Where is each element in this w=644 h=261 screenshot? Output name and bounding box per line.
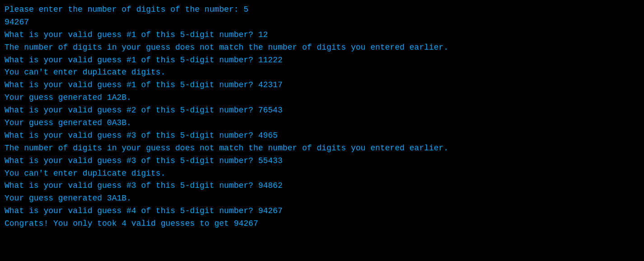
line-11: The number of digits in your guess does … (5, 142, 639, 155)
line-9: Your guess generated 0A3B. (5, 117, 639, 130)
line-4: What is your valid guess #1 of this 5-di… (5, 54, 639, 67)
line-3: The number of digits in your guess does … (5, 42, 639, 54)
line-16: What is your valid guess #4 of this 5-di… (5, 205, 639, 218)
line-8: What is your valid guess #2 of this 5-di… (5, 104, 639, 117)
line-14: What is your valid guess #3 of this 5-di… (5, 180, 639, 192)
line-1: 94267 (5, 16, 639, 29)
line-15: Your guess generated 3A1B. (5, 192, 639, 205)
line-10: What is your valid guess #3 of this 5-di… (5, 130, 639, 142)
line-17: Congrats! You only took 4 valid guesses … (5, 218, 639, 230)
terminal-container: Please enter the number of digits of the… (5, 4, 639, 230)
line-6: What is your valid guess #1 of this 5-di… (5, 79, 639, 92)
line-5: You can't enter duplicate digits. (5, 66, 639, 79)
line-2: What is your valid guess #1 of this 5-di… (5, 29, 639, 42)
line-13: You can't enter duplicate digits. (5, 168, 639, 180)
line-0: Please enter the number of digits of the… (5, 4, 639, 16)
line-7: Your guess generated 1A2B. (5, 92, 639, 104)
line-12: What is your valid guess #3 of this 5-di… (5, 155, 639, 168)
